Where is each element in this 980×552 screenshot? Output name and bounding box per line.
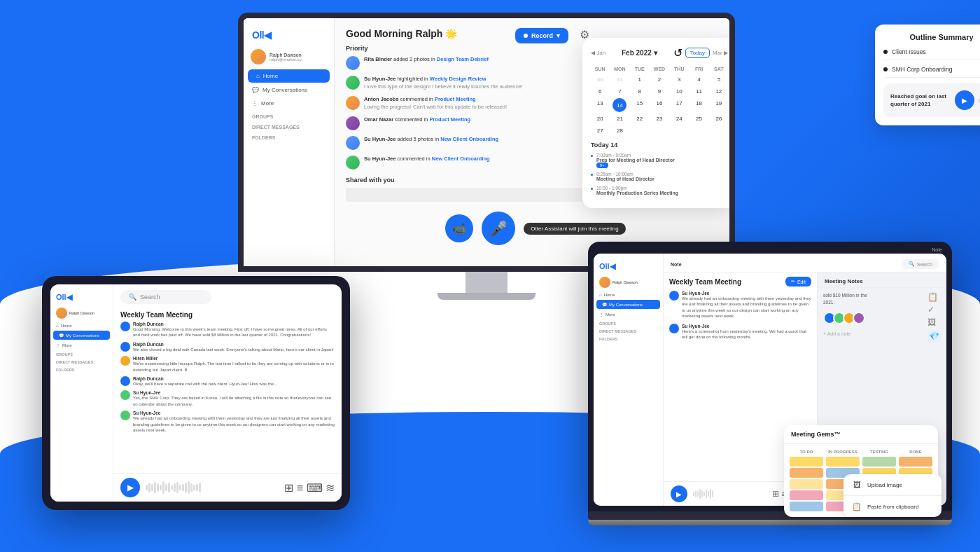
cal-day-3[interactable]: 3 xyxy=(670,74,688,85)
cal-day-20[interactable]: 20 xyxy=(591,113,609,124)
feed-action-4: commented in xyxy=(395,116,429,123)
wave-11 xyxy=(174,483,176,492)
kanban-card-todo-4[interactable] xyxy=(790,490,823,500)
cal-event-3: 10:00 - 1:00pm Monthly Production Series… xyxy=(591,186,728,195)
cal-day-26[interactable]: 26 xyxy=(710,113,728,124)
cal-day-11[interactable]: 11 xyxy=(690,86,708,97)
tablet-more-icon: ⋮ xyxy=(56,343,60,347)
sidebar-item-home[interactable]: ⌂ Home xyxy=(248,69,330,83)
laptop-play-button[interactable]: ▶ xyxy=(671,485,687,502)
cal-today-btn[interactable]: Today xyxy=(685,48,710,58)
tablet-content: 🔍 Search Weekly Team Meeting Ralph Dunca… xyxy=(113,284,342,502)
monitor-user-email: ralph@market.co xyxy=(270,57,302,62)
tablet-play-button[interactable]: ▶ xyxy=(120,478,140,497)
kanban-card-ip-1[interactable] xyxy=(826,457,860,467)
laptop-nav-more[interactable]: ⋮ More xyxy=(594,310,663,319)
feed-link-5[interactable]: New Client Onboarding xyxy=(440,136,498,142)
cal-day-9[interactable]: 9 xyxy=(650,86,668,97)
note-check-icon[interactable]: ✓ xyxy=(927,305,941,315)
outline-item-text-1: Client Issues xyxy=(892,48,980,55)
record-button[interactable]: Record ▾ xyxy=(515,28,568,43)
note-gem-icon[interactable]: 💎 xyxy=(927,330,941,343)
cal-day-6[interactable]: 6 xyxy=(591,86,609,97)
cal-day-23[interactable]: 23 xyxy=(650,113,668,124)
cal-prev-btn[interactable]: ◀ Jan xyxy=(591,50,606,56)
laptop-waveform xyxy=(693,488,766,499)
cal-next-btn[interactable]: Mar ▶ xyxy=(713,50,728,56)
kanban-card-done-1[interactable] xyxy=(899,457,932,467)
feed-link-4[interactable]: Product Meeting xyxy=(429,116,470,123)
cal-day-prev-1[interactable]: 30 xyxy=(591,74,609,85)
kanban-card-todo-2[interactable] xyxy=(790,468,823,478)
kanban-card-todo-5[interactable] xyxy=(790,502,823,511)
laptop-chat-item-2: Su Hyun-Jee Here's a screenshot from yes… xyxy=(669,324,811,340)
cal-day-10[interactable]: 10 xyxy=(670,86,688,97)
feed-link-3[interactable]: Product Meeting xyxy=(435,96,476,102)
cal-day-5[interactable]: 5 xyxy=(710,74,728,85)
cal-day-15[interactable]: 15 xyxy=(631,98,649,112)
kanban-card-test-1[interactable] xyxy=(862,457,896,467)
cal-day-4[interactable]: 4 xyxy=(690,74,708,85)
cal-dropdown-icon[interactable]: ▾ xyxy=(654,49,657,57)
cal-day-12[interactable]: 12 xyxy=(710,86,728,97)
tablet-chat-name-1: Ralph Duncan xyxy=(133,322,335,326)
monitor-user-details: Ralph Dawson ralph@market.co xyxy=(270,53,302,62)
upload-image-label: Upload Image xyxy=(867,482,902,488)
cal-day-22[interactable]: 22 xyxy=(631,113,649,124)
cal-day-7[interactable]: 7 xyxy=(610,86,629,97)
laptop-nav-conversations[interactable]: 💬 My Conversations xyxy=(596,300,660,309)
tablet-search-input[interactable]: 🔍 Search xyxy=(120,290,211,304)
cal-day-24[interactable]: 24 xyxy=(670,113,688,124)
feed-avatar-3 xyxy=(346,96,360,110)
cal-day-2[interactable]: 2 xyxy=(650,74,668,85)
cal-day-14-today[interactable]: 14 xyxy=(612,98,626,112)
audio-play-btn[interactable]: ▶ xyxy=(955,90,974,110)
paste-clipboard-item[interactable]: 📋 Paste from clipboard xyxy=(844,496,941,517)
video-call-btn[interactable]: 📹 xyxy=(445,214,473,242)
tablet-nav-home[interactable]: ⌂ Home xyxy=(50,322,113,330)
feed-link-6[interactable]: New Client Onboarding xyxy=(432,156,490,162)
laptop-nav-home[interactable]: ⌂ Home xyxy=(594,291,663,299)
laptop-edit-button[interactable]: ✏ Edit xyxy=(785,277,811,287)
cal-day-19[interactable]: 19 xyxy=(710,98,728,112)
cal-day-27[interactable]: 27 xyxy=(591,125,609,136)
cal-day-18[interactable]: 18 xyxy=(690,98,708,112)
note-image-icon[interactable]: 🖼 xyxy=(927,317,941,327)
cal-day-25[interactable]: 25 xyxy=(690,113,708,124)
tablet-nav-conversations[interactable]: 💬 My Conversations xyxy=(53,331,110,340)
record-dropdown-icon[interactable]: ▾ xyxy=(556,32,560,39)
feed-link-1[interactable]: Design Team Debrief xyxy=(437,56,489,62)
wave-18 xyxy=(193,485,195,490)
cal-day-sat: SAT xyxy=(710,65,728,73)
laptop-search-bar[interactable]: 🔍 Search xyxy=(902,259,939,269)
cal-day-13[interactable]: 13 xyxy=(591,98,609,112)
add-note-prompt[interactable]: + Add a note xyxy=(823,331,941,336)
feed-link-2[interactable]: Weekly Design Review xyxy=(430,76,486,82)
kanban-card-todo-3[interactable] xyxy=(790,479,823,489)
cal-day-16[interactable]: 16 xyxy=(650,98,668,112)
cal-day-17[interactable]: 17 xyxy=(670,98,688,112)
wave-19 xyxy=(196,484,198,491)
sidebar-item-conversations[interactable]: 💬 My Conversations xyxy=(244,83,334,97)
upload-image-item[interactable]: 🖼 Upload Image xyxy=(844,474,941,496)
mic-btn[interactable]: 🎤 xyxy=(482,212,515,245)
cal-day-21[interactable]: 21 xyxy=(610,113,629,124)
cal-day-28[interactable]: 28 xyxy=(610,125,629,136)
cal-refresh-icon[interactable]: ↺ xyxy=(673,46,682,60)
cal-day-sun: SUN xyxy=(591,65,609,73)
cal-day-1[interactable]: 1 xyxy=(631,74,649,85)
wave-6 xyxy=(160,485,162,490)
kanban-card-todo-1[interactable] xyxy=(790,457,823,467)
settings-area[interactable]: ⚙ xyxy=(580,28,589,41)
tablet-search-placeholder: Search xyxy=(140,294,160,301)
sidebar-item-more[interactable]: ⋮ More xyxy=(244,97,334,110)
wave-1 xyxy=(146,485,148,490)
note-list-icon[interactable]: 📋 xyxy=(927,292,941,302)
tablet-nav-more[interactable]: ⋮ More xyxy=(50,340,113,350)
tablet-chat-av-2 xyxy=(120,342,130,352)
cal-day-8[interactable]: 8 xyxy=(631,86,649,97)
wave-20 xyxy=(199,483,201,492)
cal-day-prev-2[interactable]: 31 xyxy=(610,74,629,85)
cal-month-label: Feb 2022 ▾ xyxy=(622,49,657,57)
monitor-base xyxy=(438,293,536,300)
